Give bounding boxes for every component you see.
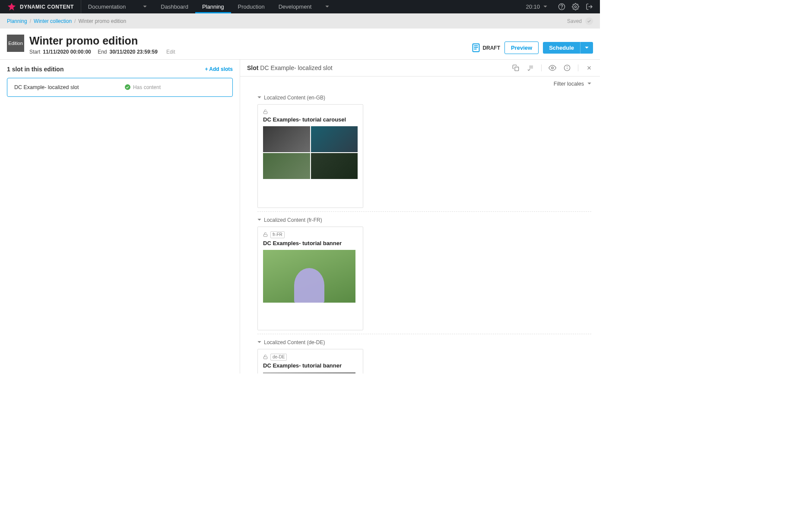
slot-card[interactable]: DC Example- localized slot Has content: [7, 78, 233, 97]
locale-section-label: Localized Content (fr-FR): [264, 217, 322, 223]
thumbnail-image: [311, 153, 358, 179]
breadcrumb-planning[interactable]: Planning: [7, 18, 27, 24]
unlock-icon: [263, 109, 268, 115]
copy-icon[interactable]: [512, 64, 520, 72]
saved-indicator: Saved: [567, 17, 593, 25]
page-title: Winter promo edition: [29, 35, 175, 47]
brand-text: DYNAMIC CONTENT: [20, 4, 74, 10]
nav-tab-more[interactable]: [318, 0, 336, 13]
slot-detail-actions: [512, 64, 593, 72]
content-area: Localized Content (en-GB) DC Examples- t…: [240, 89, 600, 374]
content-card[interactable]: DC Examples- tutorial carousel: [257, 104, 363, 208]
locale-section-fr-fr: Localized Content (fr-FR) fr-FR DC Examp…: [257, 215, 591, 330]
locale-tag: de-DE: [270, 354, 287, 361]
nav-right: 20:10: [521, 0, 593, 13]
schedule-button-group: Schedule: [543, 42, 593, 54]
card-head: [263, 109, 358, 115]
svg-point-12: [552, 67, 554, 69]
validate-icon[interactable]: [527, 64, 534, 72]
locale-section-toggle[interactable]: Localized Content (en-GB): [257, 93, 591, 102]
chevron-down-icon: [143, 6, 147, 8]
content-card[interactable]: fr-FR DC Examples- tutorial banner: [257, 227, 363, 330]
info-icon[interactable]: [563, 64, 571, 72]
schedule-dropdown-button[interactable]: [580, 42, 593, 54]
slot-detail-pane: Slot DC Example- localized slot: [240, 60, 600, 374]
body: 1 slot in this edition + Add slots DC Ex…: [0, 60, 600, 374]
brand-logo-icon: [7, 2, 16, 12]
breadcrumb-winter-collection[interactable]: Winter collection: [34, 18, 72, 24]
time-display[interactable]: 20:10: [521, 3, 552, 10]
nav-tab-development[interactable]: Development: [272, 0, 319, 13]
workspace-dropdown-label: Documentation: [88, 3, 126, 10]
svg-rect-18: [263, 112, 267, 114]
nav-tabs: Dashboard Planning Production Developmen…: [154, 0, 336, 13]
locale-section-label: Localized Content (de-DE): [264, 339, 325, 345]
chevron-down-icon: [257, 219, 261, 221]
end-value: 30/11/2020 23:59:59: [109, 49, 157, 55]
workspace-dropdown[interactable]: Documentation: [81, 0, 154, 13]
start-label: Start: [29, 49, 40, 55]
breadcrumb-row: Planning / Winter collection / Winter pr…: [0, 13, 600, 29]
header-actions: DRAFT Preview Schedule: [472, 42, 593, 54]
eye-icon[interactable]: [549, 64, 556, 72]
svg-point-2: [561, 8, 562, 9]
slot-name: DC Example- localized slot: [14, 84, 79, 90]
edition-header-main: Winter promo edition Start 11/11/2020 00…: [29, 35, 175, 55]
locale-tag: fr-FR: [270, 231, 285, 238]
help-icon[interactable]: [558, 3, 565, 11]
banner-thumbnail: [263, 372, 355, 374]
locale-section-label: Localized Content (en-GB): [264, 95, 325, 101]
preview-button[interactable]: Preview: [504, 42, 539, 54]
svg-rect-19: [263, 234, 267, 236]
breadcrumb-current: Winter promo edition: [78, 18, 126, 24]
chevron-down-icon: [543, 6, 547, 8]
locale-section-toggle[interactable]: Localized Content (de-DE): [257, 338, 591, 347]
carousel-thumbnails: [263, 126, 358, 179]
end-label: End: [98, 49, 107, 55]
status-text: DRAFT: [482, 45, 500, 51]
nav-tab-production[interactable]: Production: [231, 0, 272, 13]
section-divider: [257, 334, 591, 334]
gear-icon[interactable]: [571, 3, 579, 11]
svg-point-15: [567, 67, 568, 67]
time-value: 20:10: [526, 3, 540, 10]
content-card[interactable]: de-DE DC Examples- tutorial banner: [257, 349, 363, 374]
svg-rect-9: [515, 67, 519, 71]
date-range: Start 11/11/2020 00:00:00 End 30/11/2020…: [29, 49, 175, 55]
schedule-button[interactable]: Schedule: [543, 42, 580, 54]
section-divider: [257, 211, 591, 212]
locale-section-de-de: Localized Content (de-DE) de-DE DC Examp…: [257, 338, 591, 374]
slots-header: 1 slot in this edition + Add slots: [7, 66, 233, 73]
slots-pane: 1 slot in this edition + Add slots DC Ex…: [0, 60, 240, 374]
add-slots-button[interactable]: + Add slots: [205, 66, 233, 72]
locale-section-toggle[interactable]: Localized Content (fr-FR): [257, 215, 591, 225]
card-title: DC Examples- tutorial banner: [263, 362, 358, 369]
chevron-down-icon: [585, 47, 589, 49]
logout-icon[interactable]: [585, 3, 593, 11]
thumbnail-image: [263, 153, 310, 179]
close-icon[interactable]: [585, 64, 593, 72]
document-icon: [472, 43, 480, 52]
start-value: 11/11/2020 00:00:00: [43, 49, 91, 55]
card-title: DC Examples- tutorial banner: [263, 240, 358, 246]
edit-dates-link[interactable]: Edit: [166, 49, 175, 55]
nav-tab-dashboard[interactable]: Dashboard: [154, 0, 195, 13]
saved-check-icon: [585, 17, 593, 25]
filter-locales-dropdown[interactable]: Filter locales: [240, 77, 600, 89]
unlock-icon: [263, 232, 268, 237]
brand-wrap: DYNAMIC CONTENT: [7, 0, 81, 13]
thumbnail-image: [311, 126, 358, 152]
card-head: de-DE: [263, 354, 358, 361]
breadcrumb: Planning / Winter collection / Winter pr…: [7, 18, 126, 24]
chevron-down-icon: [587, 83, 591, 85]
svg-point-3: [574, 6, 576, 7]
locale-section-en-gb: Localized Content (en-GB) DC Examples- t…: [257, 93, 591, 208]
edition-chip: Edition: [7, 35, 24, 52]
slot-detail-title: Slot DC Example- localized slot: [247, 64, 333, 71]
unlock-icon: [263, 354, 268, 360]
saved-label: Saved: [567, 18, 582, 24]
slot-detail-header: Slot DC Example- localized slot: [240, 60, 600, 77]
edition-header: Edition Winter promo edition Start 11/11…: [0, 29, 600, 60]
nav-tab-planning[interactable]: Planning: [195, 0, 231, 13]
card-head: fr-FR: [263, 231, 358, 238]
